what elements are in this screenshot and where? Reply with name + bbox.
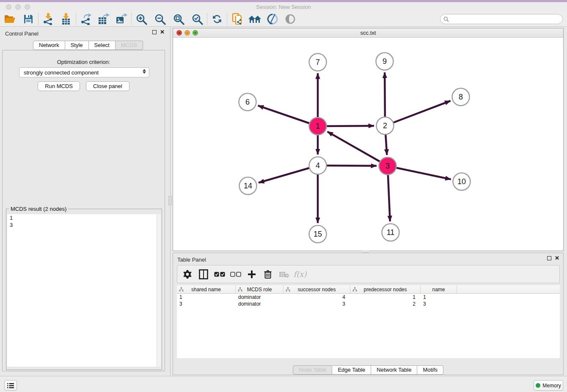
column-header-name[interactable]: name <box>421 285 457 293</box>
node-10[interactable]: 10 <box>453 173 471 190</box>
edge-2-8[interactable] <box>385 101 451 126</box>
node-table[interactable]: shared nameMCDS rolesuccessor nodesprede… <box>177 285 560 358</box>
cell-shared-name[interactable]: 1 <box>177 294 236 301</box>
node-4[interactable]: 4 <box>309 157 327 174</box>
export-network-button[interactable] <box>78 12 94 26</box>
float-panel-icon[interactable] <box>152 30 157 34</box>
mcds-panel: Optimization criterion: strongly connect… <box>2 50 165 371</box>
node-6[interactable]: 6 <box>239 94 256 111</box>
cell-MCDS-role[interactable]: dominator <box>236 301 284 307</box>
tab-select[interactable]: Select <box>89 41 116 50</box>
edge-3-10[interactable] <box>388 166 451 179</box>
clone-network-button[interactable] <box>229 12 245 26</box>
node-2[interactable]: 2 <box>377 117 394 135</box>
node-1[interactable]: 1 <box>309 118 327 135</box>
node-15[interactable]: 15 <box>309 226 327 243</box>
splitter-grip[interactable] <box>168 196 172 205</box>
search-box[interactable] <box>440 14 563 24</box>
cell-name[interactable]: 1 <box>421 294 457 301</box>
zoom-out-button[interactable] <box>152 12 168 26</box>
result-scrollbar[interactable] <box>157 214 161 367</box>
import-table-button[interactable] <box>58 12 74 26</box>
cell-MCDS-role[interactable]: dominator <box>236 294 284 301</box>
fx-icon: f(x) <box>294 270 307 279</box>
checked-boxes-icon <box>214 272 225 277</box>
zoom-fit-button[interactable] <box>171 12 186 26</box>
plus-icon <box>248 270 256 279</box>
zoom-in-button[interactable] <box>134 12 149 26</box>
mcds-result-item[interactable]: 1 <box>7 214 157 221</box>
close-table-panel-icon[interactable]: ✕ <box>555 256 559 260</box>
export-image-button[interactable] <box>114 12 129 26</box>
import-network-button[interactable] <box>41 12 56 26</box>
edge-4-14[interactable] <box>259 166 318 183</box>
node-3[interactable]: 3 <box>379 157 396 175</box>
panel-splitter[interactable] <box>168 27 173 376</box>
edge-1-6[interactable] <box>258 105 318 126</box>
first-neighbors-button[interactable] <box>247 12 262 26</box>
network-window-title: scc.txt <box>173 30 563 36</box>
control-panel-tabs: NetworkStyleSelectMCDS <box>33 41 143 50</box>
close-panel-button[interactable]: Close panel <box>86 81 129 91</box>
show-hide-graphics-button[interactable] <box>283 12 298 26</box>
optimization-criterion-dropdown[interactable]: strongly connected component <box>19 67 149 77</box>
tab-network-table[interactable]: Network Table <box>371 365 417 375</box>
tab-style[interactable]: Style <box>65 41 89 50</box>
dropdown-stepper-icon <box>143 69 146 74</box>
table-row[interactable]: 1dominator411 <box>177 294 560 301</box>
table-panel: Table Panel ✕ <box>173 253 564 375</box>
table-row[interactable]: 3dominator323 <box>177 301 560 307</box>
node-14[interactable]: 14 <box>239 177 257 195</box>
cell-successor-nodes[interactable]: 3 <box>284 301 350 307</box>
save-session-button[interactable] <box>21 12 36 26</box>
column-header-predecessor-nodes[interactable]: predecessor nodes <box>350 285 421 293</box>
open-session-button[interactable] <box>2 12 17 26</box>
delete-table-icon <box>279 271 289 278</box>
save-disk-icon <box>23 14 33 24</box>
cell-predecessor-nodes[interactable]: 1 <box>350 294 421 301</box>
tab-network[interactable]: Network <box>33 41 65 50</box>
add-row-button[interactable] <box>245 267 259 282</box>
cell-shared-name[interactable]: 3 <box>177 301 236 307</box>
task-history-button[interactable] <box>4 380 17 391</box>
cell-successor-nodes[interactable]: 4 <box>284 294 350 301</box>
edge-3-1[interactable] <box>328 132 388 166</box>
search-input[interactable] <box>451 15 562 23</box>
delete-table-button[interactable] <box>277 267 291 282</box>
network-window-titlebar[interactable]: ✕ − + scc.txt <box>173 28 563 38</box>
mcds-result-list[interactable]: 13 <box>7 214 157 367</box>
home-houses-icon <box>248 14 261 24</box>
show-hide-style-button[interactable] <box>265 12 280 26</box>
column-layout-button[interactable] <box>197 267 210 282</box>
deselect-all-columns-button[interactable] <box>229 267 242 282</box>
tab-motifs[interactable]: Motifs <box>417 365 443 375</box>
network-canvas[interactable]: 1234678910111415 <box>173 38 563 251</box>
node-8[interactable]: 8 <box>452 88 470 106</box>
node-9[interactable]: 9 <box>376 53 394 70</box>
close-panel-icon[interactable]: ✕ <box>160 30 165 34</box>
mcds-result-item[interactable]: 3 <box>7 221 157 229</box>
network-graph[interactable]: 1234678910111415 <box>173 38 563 251</box>
apply-layout-button[interactable] <box>209 12 225 26</box>
node-7[interactable]: 7 <box>309 54 327 71</box>
zoom-selected-button[interactable] <box>190 12 205 26</box>
float-table-panel-icon[interactable] <box>547 256 551 260</box>
function-builder-button[interactable]: f(x) <box>293 267 307 282</box>
cell-name[interactable]: 3 <box>421 301 457 307</box>
tab-mcds[interactable]: MCDS <box>116 41 143 50</box>
titlebar[interactable]: Session: New Session <box>0 2 567 12</box>
column-header-MCDS-role[interactable]: MCDS role <box>236 285 284 293</box>
node-11[interactable]: 11 <box>382 224 399 241</box>
memory-button[interactable]: Memory <box>534 380 563 391</box>
run-mcds-button[interactable]: Run MCDS <box>38 81 80 91</box>
control-panel: Control Panel ✕ NetworkStyleSelectMCDS O… <box>0 27 168 376</box>
cell-predecessor-nodes[interactable]: 2 <box>350 301 421 307</box>
table-settings-button[interactable] <box>181 267 194 282</box>
export-table-button[interactable] <box>96 12 111 26</box>
select-all-columns-button[interactable] <box>213 267 226 282</box>
column-header-successor-nodes[interactable]: successor nodes <box>284 285 350 293</box>
tab-node-table[interactable]: Node Table <box>293 365 333 375</box>
tab-edge-table[interactable]: Edge Table <box>332 365 371 375</box>
column-header-shared-name[interactable]: shared name <box>177 285 236 293</box>
delete-row-button[interactable] <box>261 267 275 282</box>
